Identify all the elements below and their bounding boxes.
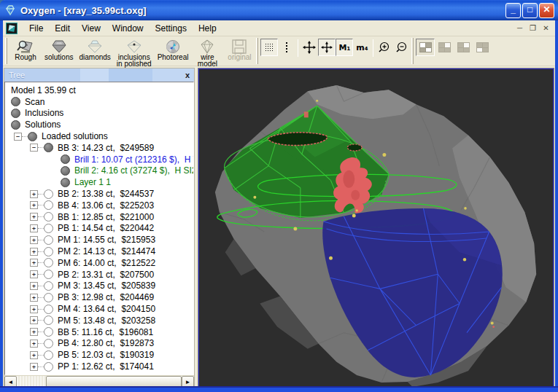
- tree-item[interactable]: +PB 2: 13.31 ct, $207500: [5, 269, 193, 281]
- tree-close-icon[interactable]: x: [184, 71, 191, 79]
- collapse-box-icon[interactable]: −: [14, 133, 22, 141]
- tree-item[interactable]: +PM 1: 14.55 ct, $215953: [5, 234, 193, 246]
- dot-column-button[interactable]: [278, 39, 295, 56]
- expand-box-icon[interactable]: +: [30, 294, 38, 302]
- tree-item[interactable]: +PP 1: 12.62 ct, $174041: [5, 361, 193, 372]
- tree-item[interactable]: Brill 1: 10.07 ct (212316 $), H VVS2: [5, 154, 193, 165]
- pan-arrows-icon: [303, 41, 316, 54]
- expand-box-icon[interactable]: +: [30, 305, 38, 313]
- scroll-left-icon[interactable]: ◄: [4, 376, 17, 388]
- menu-view[interactable]: View: [76, 21, 106, 36]
- tree-panel-header[interactable]: Tree x: [4, 68, 194, 82]
- solution-dot-icon: [44, 235, 53, 245]
- tree-item[interactable]: +BB 1: 12.85 ct, $221000: [5, 211, 193, 223]
- layout-1-button[interactable]: [416, 39, 435, 56]
- mdi-restore-button[interactable]: ❐: [527, 23, 539, 34]
- tree-item[interactable]: Solutions: [5, 119, 193, 130]
- toolbar-grip-3[interactable]: [411, 38, 414, 64]
- expand-box-icon[interactable]: +: [30, 259, 38, 267]
- scroll-track[interactable]: [17, 376, 182, 388]
- tree-item[interactable]: +PM 6: 14.00 ct, $212522: [5, 257, 193, 269]
- tree-item[interactable]: +PM 5: 13.48 ct, $203258: [5, 315, 193, 326]
- photoreal-label: Photoreal: [158, 54, 189, 60]
- layout-4-button[interactable]: [473, 39, 492, 56]
- tree-item[interactable]: +BB 2: 13.38 ct, $244537: [5, 188, 193, 200]
- menu-help[interactable]: Help: [193, 21, 222, 36]
- maximize-button[interactable]: □: [522, 3, 538, 18]
- toolbar-grip-2[interactable]: [256, 38, 258, 64]
- tree-item[interactable]: +BB 4: 13.06 ct, $225203: [5, 200, 193, 211]
- pan-arrows-button[interactable]: [301, 39, 318, 56]
- tree-connector: [38, 366, 44, 367]
- title-bar[interactable]: Oxygen - [xray_35.99ct.oxg] _ □ ✕: [0, 0, 558, 20]
- menu-edit[interactable]: Edit: [49, 21, 76, 36]
- tree-item-label: BB 4: 13.06 ct, $225203: [58, 200, 154, 211]
- expand-box-icon[interactable]: +: [30, 190, 38, 198]
- solution-dot-icon: [44, 362, 53, 372]
- tree-list: Model 1 35.99 ctScanInclusionsSolutions−…: [4, 82, 194, 375]
- toolbar-grip[interactable]: [5, 38, 7, 64]
- tree-item[interactable]: +PB 1: 14.54 ct, $220442: [5, 223, 193, 235]
- expand-box-icon[interactable]: +: [30, 340, 38, 348]
- layout-3-button[interactable]: [454, 39, 473, 56]
- rough-button[interactable]: Rough: [9, 37, 42, 61]
- minimize-button[interactable]: _: [505, 3, 521, 18]
- solutions-button[interactable]: solutions: [42, 37, 76, 61]
- expand-box-icon[interactable]: +: [30, 224, 38, 232]
- expand-box-icon[interactable]: +: [30, 213, 38, 221]
- tree-connector: [38, 240, 44, 240]
- photoreal-button[interactable]: Photoreal: [155, 37, 192, 61]
- m4-view-button[interactable]: m₄: [353, 39, 371, 56]
- tree-item[interactable]: +PM 3: 13.45 ct, $205839: [5, 281, 193, 292]
- document-icon[interactable]: [6, 23, 18, 34]
- zoom-in-button[interactable]: [376, 39, 393, 56]
- tree-connector: [38, 286, 44, 286]
- expand-box-icon[interactable]: +: [30, 201, 38, 209]
- mdi-close-button[interactable]: ✕: [540, 23, 552, 34]
- expand-box-icon[interactable]: +: [30, 248, 38, 256]
- original-button[interactable]: original: [223, 37, 255, 61]
- tree-item[interactable]: +BB 5: 11.16 ct, $196081: [5, 326, 193, 338]
- tree-item[interactable]: +PB 5: 12.03 ct, $190319: [5, 349, 193, 361]
- tree-item[interactable]: +PM 4: 13.64 ct, $204150: [5, 303, 193, 315]
- expand-box-icon[interactable]: +: [30, 236, 38, 244]
- scroll-right-icon[interactable]: ►: [182, 376, 194, 388]
- expand-box-icon[interactable]: +: [30, 351, 38, 359]
- client-area: Tree x Model 1 35.99 ctScanInclusionsSol…: [3, 66, 555, 390]
- diamonds-label: diamonds: [79, 54, 110, 60]
- tree-item[interactable]: Model 1 35.99 ct: [5, 85, 193, 96]
- tree-horizontal-scrollbar[interactable]: ◄ ►: [4, 375, 194, 388]
- zoom-out-button[interactable]: [393, 39, 411, 56]
- pan-arrows-small-button[interactable]: [318, 39, 336, 56]
- menu-file[interactable]: File: [23, 21, 49, 36]
- dot-grid-button[interactable]: [260, 39, 278, 56]
- close-button[interactable]: ✕: [539, 3, 554, 18]
- diamonds-button[interactable]: diamonds: [76, 37, 113, 61]
- collapse-box-icon[interactable]: −: [30, 144, 38, 152]
- m1-view-button[interactable]: M₁: [336, 39, 353, 56]
- expand-box-icon[interactable]: +: [30, 328, 38, 336]
- mdi-minimize-button[interactable]: ─: [514, 23, 526, 34]
- expand-box-icon[interactable]: +: [30, 363, 38, 371]
- menu-window[interactable]: Window: [106, 21, 150, 36]
- tree-item[interactable]: Layer 1 1: [5, 176, 193, 188]
- solutions-label: solutions: [44, 54, 73, 60]
- expand-box-icon[interactable]: +: [30, 270, 38, 278]
- scroll-thumb[interactable]: [46, 376, 182, 388]
- menu-settings[interactable]: Settings: [150, 21, 193, 36]
- tree-item[interactable]: +PB 3: 12.98 ct, $204469: [5, 291, 193, 303]
- inclusions-in-polished-button[interactable]: inclusions in polished: [114, 37, 155, 68]
- wire-model-button[interactable]: wire model: [191, 37, 223, 68]
- tree-item[interactable]: −BB 3: 14.23 ct, $249589: [5, 142, 193, 154]
- 3d-viewport[interactable]: [198, 68, 554, 388]
- layout-2-button[interactable]: [435, 39, 454, 56]
- expand-box-icon[interactable]: +: [30, 282, 38, 290]
- tree-item[interactable]: +PB 4: 12.80 ct, $192873: [5, 338, 193, 350]
- tree-item[interactable]: Scan: [5, 96, 193, 108]
- tree-item[interactable]: Inclusions: [5, 108, 193, 119]
- tree-item[interactable]: Brill 2: 4.16 ct (37274 $), H SI2: [5, 165, 193, 177]
- tree-item[interactable]: −Loaded solutions: [5, 130, 193, 142]
- expand-box-icon[interactable]: +: [30, 316, 38, 324]
- tree-item[interactable]: +PM 2: 14.13 ct, $214474: [5, 246, 193, 257]
- solution-dot-icon: [11, 109, 20, 118]
